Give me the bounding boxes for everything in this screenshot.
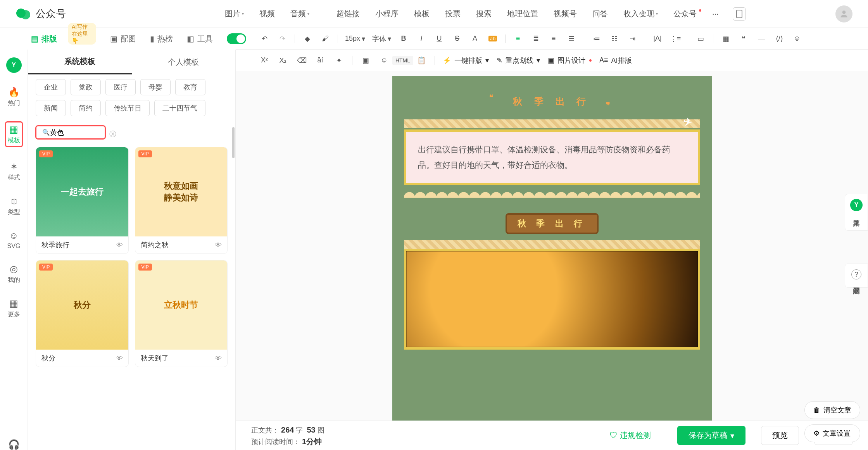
annotate-icon[interactable]: ✦ — [333, 55, 344, 66]
paint-bucket-icon[interactable]: ◆ — [302, 33, 313, 44]
pinyin-icon[interactable]: āí — [315, 55, 326, 66]
travel-tip-box[interactable]: 出行建议自行携带口罩、体温检测设备、消毒用品等防疫物资和必备药品。查好目的地的天… — [404, 129, 700, 185]
insert-emoji-icon[interactable]: ☺ — [379, 55, 390, 66]
superscript-icon[interactable]: X² — [259, 55, 270, 66]
rail-logo-icon[interactable]: Y — [6, 57, 22, 73]
save-draft-button[interactable]: 保存为草稿 ▾ — [677, 426, 745, 445]
rail-svg[interactable]: ☺SVG — [7, 230, 21, 250]
arrow-left-icon[interactable]: ← — [853, 217, 860, 226]
rail-mine[interactable]: ◎我的 — [8, 264, 20, 284]
right-help-float[interactable]: ? 遇到问题 — [845, 264, 868, 288]
ai-layout-button[interactable]: A≡AI排版 — [599, 56, 632, 65]
image-design-button[interactable]: ▣图片设计 — [548, 56, 592, 65]
insert-image-icon[interactable]: ▣ — [360, 55, 371, 66]
align-center-icon[interactable]: ≣ — [530, 33, 541, 44]
subnav-layout[interactable]: ▤排版 — [31, 34, 57, 44]
eye-icon[interactable]: 👁 — [215, 354, 222, 362]
template-card[interactable]: VIP 一起去旅行 秋季旅行👁 — [36, 147, 129, 254]
subscript-icon[interactable]: X₂ — [278, 55, 288, 66]
align-right-icon[interactable]: ≡ — [548, 33, 559, 44]
menu-more[interactable]: ··· — [704, 9, 726, 18]
mobile-preview-icon[interactable] — [733, 7, 746, 21]
tag-simple[interactable]: 简约 — [71, 100, 101, 116]
quote-icon[interactable]: ❝ — [738, 33, 749, 44]
violation-check-button[interactable]: 🛡 违规检测 — [599, 426, 662, 445]
menu-vote[interactable]: 投票 — [437, 9, 468, 19]
eye-icon[interactable]: 👁 — [215, 241, 222, 249]
undo-icon[interactable]: ↶ — [259, 33, 270, 44]
canvas-scroll[interactable]: ❝ 秋 季 出 行 ❞ ✈ 出行建议自行携带口罩、体温检测设备、消毒用品等防疫物… — [236, 71, 868, 450]
paste-icon[interactable]: 📋 — [416, 55, 427, 66]
font-color-icon[interactable]: A — [469, 33, 480, 44]
table-icon[interactable]: ▦ — [720, 33, 731, 44]
right-toolbox-float[interactable]: Y 工具箱 ← — [845, 194, 868, 231]
emoji-icon[interactable]: ☺ — [792, 33, 802, 44]
rail-type[interactable]: ⎅类型 — [8, 196, 20, 216]
user-avatar[interactable] — [835, 5, 852, 22]
italic-icon[interactable]: I — [416, 33, 427, 44]
line-height-icon[interactable]: |A| — [652, 33, 663, 44]
search-input[interactable] — [50, 128, 140, 136]
font-family-select[interactable]: 字体▾ — [372, 34, 391, 43]
rail-style[interactable]: ✶样式 — [8, 161, 20, 182]
underline-icon[interactable]: U — [434, 33, 445, 44]
tag-solar[interactable]: 二十四节气 — [154, 100, 205, 116]
template-card[interactable]: VIP 立秋时节 秋天到了👁 — [135, 260, 228, 367]
clear-article-button[interactable]: 🗑清空文章 — [804, 401, 860, 419]
eye-icon[interactable]: 👁 — [116, 354, 123, 362]
highlight-button[interactable]: ✎重点划线▾ — [497, 56, 540, 65]
template-card[interactable]: VIP 秋意如画 静美如诗 简约之秋👁 — [135, 147, 228, 254]
hr-icon[interactable]: — — [756, 33, 767, 44]
eye-icon[interactable]: 👁 — [116, 241, 123, 249]
article-settings-button[interactable]: ⚙文章设置 — [804, 424, 860, 442]
rail-support[interactable]: 🎧 — [8, 439, 20, 450]
tag-baby[interactable]: 母婴 — [140, 79, 171, 95]
menu-qa[interactable]: 问答 — [585, 9, 616, 19]
rail-hot[interactable]: 🔥热门 — [8, 87, 20, 107]
clear-format-icon[interactable]: ⌫ — [296, 55, 307, 66]
tag-enterprise[interactable]: 企业 — [36, 79, 66, 95]
indent-icon[interactable]: ⇥ — [627, 33, 638, 44]
menu-miniapp[interactable]: 小程序 — [368, 9, 406, 19]
menu-revenue[interactable]: 收入变现▾ — [616, 9, 666, 19]
menu-template[interactable]: 模板 — [406, 9, 437, 19]
align-left-icon[interactable]: ≡ — [513, 33, 523, 44]
subnav-hot[interactable]: ▮热榜 — [150, 34, 173, 44]
menu-audio[interactable]: 音频▾ — [283, 9, 317, 19]
rail-template[interactable]: ▦模板 — [8, 124, 20, 145]
menu-search[interactable]: 搜索 — [468, 9, 499, 19]
scrollbar[interactable] — [232, 127, 235, 158]
bg-color-icon[interactable]: ab — [487, 33, 498, 44]
list-ul-icon[interactable]: ☷ — [609, 33, 620, 44]
tag-festival[interactable]: 传统节日 — [105, 100, 150, 116]
tag-news[interactable]: 新闻 — [36, 100, 66, 116]
tag-medical[interactable]: 医疗 — [105, 79, 136, 95]
tag-party[interactable]: 党政 — [71, 79, 101, 95]
redo-icon[interactable]: ↷ — [277, 33, 288, 44]
spacing-icon[interactable]: ⋮≡ — [670, 33, 681, 44]
article-canvas[interactable]: ❝ 秋 季 出 行 ❞ ✈ 出行建议自行携带口罩、体温检测设备、消毒用品等防疫物… — [392, 76, 712, 450]
code-icon[interactable]: ⟨/⟩ — [774, 33, 785, 44]
menu-official[interactable]: 公众号 — [666, 9, 704, 19]
search-box[interactable]: 🔍 — [36, 126, 105, 139]
tab-system-template[interactable]: 系统模板 — [28, 50, 132, 74]
one-click-layout-button[interactable]: ⚡一键排版▾ — [443, 56, 489, 65]
photo-frame[interactable] — [404, 249, 700, 350]
format-brush-icon[interactable]: 🖌 — [320, 33, 331, 44]
subnav-tools[interactable]: ◧工具 — [187, 34, 213, 44]
menu-location[interactable]: 地理位置 — [499, 9, 546, 19]
menu-channels[interactable]: 视频号 — [546, 9, 585, 19]
template-card[interactable]: VIP 秋分 秋分👁 — [36, 260, 129, 367]
font-size-select[interactable]: 15px▾ — [345, 34, 365, 43]
subnav-image[interactable]: ▣配图 — [110, 34, 136, 44]
menu-hyperlink[interactable]: 超链接 — [329, 9, 368, 19]
preview-button[interactable]: 预览 — [761, 426, 799, 445]
rail-more[interactable]: ▦更多 — [8, 298, 20, 319]
progress-icon[interactable]: ▭ — [695, 33, 706, 44]
tab-personal-template[interactable]: 个人模板 — [132, 50, 236, 74]
bold-icon[interactable]: B — [398, 33, 409, 44]
menu-video[interactable]: 视频 — [252, 9, 283, 19]
strike-icon[interactable]: S — [452, 33, 462, 44]
tag-edu[interactable]: 教育 — [175, 79, 205, 95]
align-justify-icon[interactable]: ☰ — [566, 33, 577, 44]
